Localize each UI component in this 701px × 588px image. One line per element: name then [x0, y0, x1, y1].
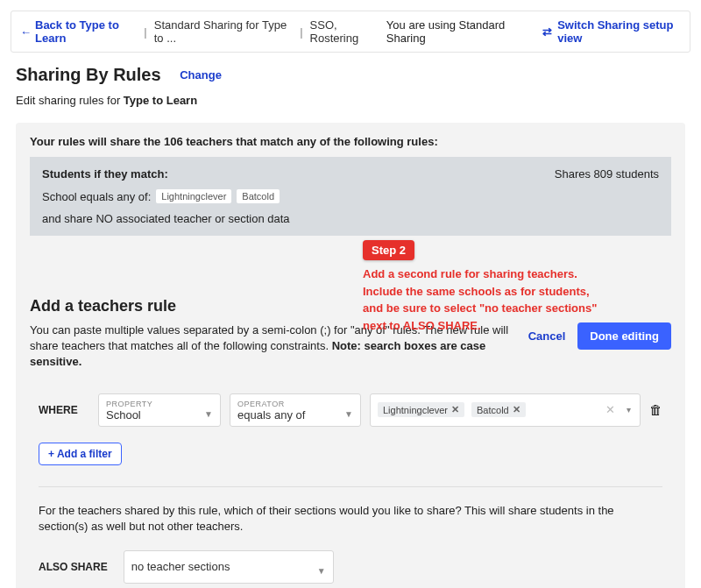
- rule-school-line: School equals any of: Lightningclever Ba…: [42, 189, 659, 203]
- callout-line: Add a second rule for sharing teachers.: [363, 266, 661, 283]
- page-header: Sharing By Rules Change Edit sharing rul…: [16, 65, 685, 107]
- instruction-callout: Add a second rule for sharing teachers. …: [363, 266, 661, 334]
- rules-panel: Your rules will share the 106 teachers t…: [16, 123, 685, 588]
- swap-icon: [542, 25, 552, 39]
- select-label: PROPERTY: [106, 400, 213, 408]
- panel-heading: Your rules will share the 106 teachers t…: [30, 135, 671, 148]
- school-chip: Batcold: [237, 189, 280, 203]
- switch-view-link[interactable]: Switch Sharing setup view: [542, 18, 681, 45]
- sub-app: Type to Learn: [124, 94, 197, 107]
- sharing-mode-label: You are using Standard Sharing: [386, 18, 527, 45]
- back-text: Back to Type to Learn: [35, 18, 137, 45]
- filter-row: WHERE PROPERTY School ▼ OPERATOR equals …: [39, 393, 662, 427]
- step-badge: Step 2: [363, 240, 414, 260]
- student-rule-box: Shares 809 students Students if they mat…: [30, 157, 671, 236]
- page-subtitle: Edit sharing rules for Type to Learn: [16, 94, 685, 107]
- select-value: no teacher sections: [131, 560, 326, 573]
- chevron-down-icon: ▼: [317, 566, 326, 576]
- also-share-label: ALSO SHARE: [39, 561, 108, 573]
- change-link[interactable]: Change: [180, 68, 222, 81]
- separator: |: [300, 25, 302, 39]
- remove-tag-icon[interactable]: ✕: [513, 404, 520, 415]
- chevron-down-icon: ▼: [204, 409, 213, 419]
- top-bar: Back to Type to Learn | Standard Sharing…: [11, 11, 690, 53]
- callout-line: Include the same schools as for students…: [363, 283, 661, 301]
- breadcrumb-2[interactable]: SSO, Rostering: [310, 18, 379, 45]
- shares-count: Shares 809 students: [555, 167, 659, 181]
- select-value: School: [106, 408, 213, 422]
- switch-text: Switch Sharing setup view: [557, 18, 681, 45]
- delete-filter-icon[interactable]: 🗑: [649, 402, 662, 417]
- breadcrumb-1[interactable]: Standard Sharing for Type to ...: [154, 18, 293, 45]
- chevron-down-icon[interactable]: ▾: [627, 405, 631, 414]
- arrow-left-icon: [20, 25, 32, 39]
- rule-no-assoc: and share NO associated teacher or secti…: [42, 212, 659, 225]
- school-prefix: School equals any of:: [42, 190, 151, 203]
- operator-select[interactable]: OPERATOR equals any of ▼: [230, 393, 361, 427]
- page-title: Sharing By Rules: [16, 65, 161, 85]
- also-share-question: For the teachers shared by this rule, wh…: [39, 503, 662, 535]
- remove-tag-icon[interactable]: ✕: [451, 404, 459, 415]
- clear-icon[interactable]: ✕: [605, 403, 615, 416]
- filter-area: WHERE PROPERTY School ▼ OPERATOR equals …: [30, 393, 671, 588]
- separator: |: [144, 25, 146, 39]
- also-share-select[interactable]: no teacher sections ▼: [124, 550, 334, 584]
- select-value: equals any of: [237, 408, 353, 422]
- property-select[interactable]: PROPERTY School ▼: [98, 393, 221, 427]
- callout-line: and be sure to select "no teacher sectio…: [363, 300, 661, 317]
- where-label: WHERE: [39, 404, 89, 416]
- chevron-down-icon: ▼: [344, 409, 353, 419]
- select-label: OPERATOR: [237, 400, 353, 408]
- back-link[interactable]: Back to Type to Learn: [20, 18, 137, 45]
- sub-prefix: Edit sharing rules for: [16, 94, 124, 107]
- divider: [39, 486, 662, 487]
- school-chip: Lightningclever: [156, 189, 231, 203]
- callout-line: next to ALSO SHARE.: [363, 317, 661, 335]
- value-tags-input[interactable]: Lightningclever✕ Batcold✕ ✕ ▾: [370, 393, 641, 427]
- value-tag: Batcold✕: [471, 402, 526, 417]
- also-share-row: ALSO SHARE no teacher sections ▼: [39, 550, 662, 584]
- value-tag: Lightningclever✕: [378, 402, 464, 417]
- add-filter-button[interactable]: + Add a filter: [39, 443, 122, 465]
